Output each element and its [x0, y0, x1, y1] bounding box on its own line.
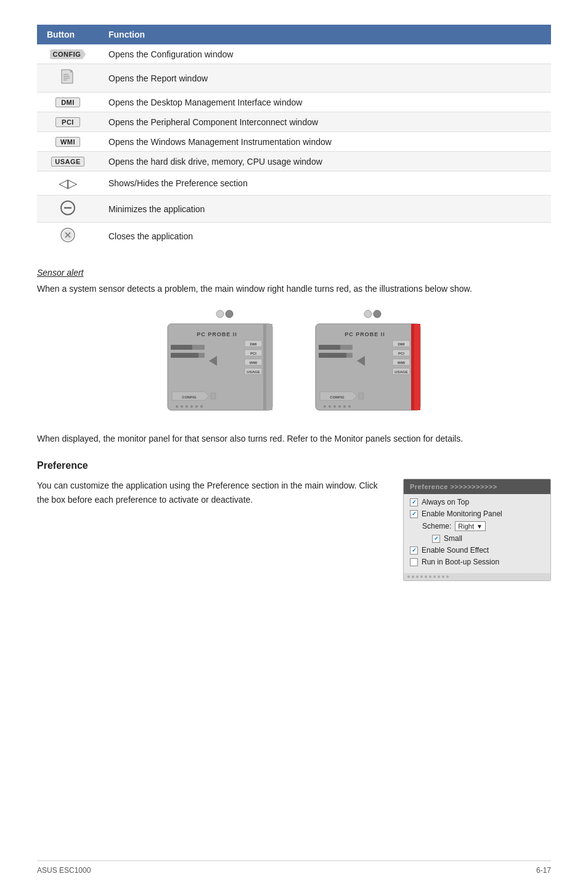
preference-panel-header: Preference >>>>>>>>>>>	[404, 479, 550, 494]
svg-point-45	[364, 310, 372, 318]
table-cell-button	[37, 223, 99, 250]
pref-checkbox-small[interactable]	[432, 535, 440, 543]
pref-checkbox-boot-up[interactable]	[410, 558, 418, 566]
svg-rect-24	[171, 345, 192, 350]
preference-layout: You can customize the application using …	[37, 479, 551, 581]
svg-text:DMI: DMI	[398, 342, 405, 346]
svg-text:CONFIG: CONFIG	[330, 395, 345, 399]
sensor-alert-title: Sensor alert	[37, 268, 551, 278]
table-cell-button	[37, 196, 99, 223]
svg-text:USAGE: USAGE	[247, 370, 259, 374]
close-button-icon	[60, 235, 76, 245]
svg-text:USAGE: USAGE	[394, 370, 407, 374]
pref-dot	[412, 576, 414, 578]
table-row: Minimizes the application	[37, 196, 551, 223]
pref-dot	[407, 576, 410, 578]
preference-panel: Preference >>>>>>>>>>> Always on Top Ena…	[403, 479, 551, 581]
pref-item-boot-up[interactable]: Run in Boot-up Session	[410, 558, 544, 566]
minimize-button-icon	[60, 208, 76, 218]
pref-checkbox-sound-effect[interactable]	[410, 547, 418, 555]
pref-item-sound-effect[interactable]: Enable Sound Effect	[410, 546, 544, 555]
table-cell-function: Opens the Configuration window	[99, 44, 551, 64]
pref-header-arrows: >>>>>>>>>>>	[450, 483, 497, 490]
pref-item-always-on-top[interactable]: Always on Top	[410, 498, 544, 506]
svg-text:CONFIG: CONFIG	[182, 395, 197, 399]
config-button-icon: CONFIG	[50, 49, 86, 59]
pref-label-always-on-top: Always on Top	[422, 498, 469, 506]
svg-rect-66	[359, 393, 364, 399]
svg-point-69	[333, 405, 336, 408]
pref-dot	[433, 576, 436, 578]
pref-dot	[429, 576, 431, 578]
sensor-monitor-description: When displayed, the monitor panel for th…	[37, 432, 551, 445]
svg-point-67	[324, 405, 326, 408]
pref-label-sound-effect: Enable Sound Effect	[422, 546, 489, 555]
table-cell-button: PCI	[37, 112, 99, 132]
svg-point-71	[343, 405, 346, 408]
pref-checkbox-always-on-top[interactable]	[410, 498, 418, 506]
svg-point-42	[190, 405, 193, 408]
svg-point-18	[226, 310, 233, 318]
svg-rect-7	[63, 74, 68, 75]
text-button-icon: DMI	[55, 97, 80, 107]
pref-scheme-arrow[interactable]: ▼	[476, 523, 483, 530]
pref-dot	[416, 576, 419, 578]
svg-rect-26	[171, 353, 198, 358]
pref-dot	[438, 576, 440, 578]
table-cell-function: Opens the Peripheral Component Interconn…	[99, 112, 551, 132]
table-row: Closes the application	[37, 223, 551, 250]
svg-rect-49	[414, 324, 420, 410]
pref-item-small[interactable]: Small	[432, 534, 544, 543]
pref-dot	[446, 576, 449, 578]
svg-rect-10	[63, 80, 67, 80]
pref-header-title: Preference	[410, 483, 450, 490]
page-footer: ASUS ESC1000 6-17	[37, 860, 551, 875]
pref-label-boot-up: Run in Boot-up Session	[422, 558, 499, 566]
table-row: WMIOpens the Windows Management Instrume…	[37, 132, 551, 152]
svg-text:PCI: PCI	[250, 352, 256, 355]
table-row: PCIOpens the Peripheral Component Interc…	[37, 112, 551, 132]
svg-rect-8	[63, 76, 70, 76]
table-row: USAGEOpens the hard disk drive, memory, …	[37, 152, 551, 171]
preference-heading: Preference	[37, 460, 551, 471]
svg-point-17	[216, 310, 224, 318]
sensor-images-container: PC PROBE II DMI PCI WMI USAGE CONF	[37, 307, 551, 421]
pref-label-enable-monitoring: Enable Monitoring Panel	[422, 510, 502, 518]
svg-point-40	[181, 405, 183, 408]
svg-point-43	[195, 405, 198, 408]
table-cell-button	[37, 64, 99, 93]
svg-point-39	[176, 405, 178, 408]
svg-rect-9	[63, 78, 70, 78]
text-button-icon: USAGE	[51, 157, 84, 167]
table-row: Opens the Report window	[37, 64, 551, 93]
pref-scheme-select[interactable]: Right ▼	[455, 521, 486, 531]
svg-point-46	[374, 310, 381, 318]
preference-dots-row	[404, 573, 550, 580]
svg-text:DMI: DMI	[250, 342, 257, 346]
table-cell-function: Opens the hard disk drive, memory, CPU u…	[99, 152, 551, 171]
table-row: ◁▷Shows/Hides the Preference section	[37, 171, 551, 196]
svg-point-44	[200, 405, 203, 408]
pref-dot	[420, 576, 423, 578]
text-button-icon: PCI	[55, 117, 80, 127]
table-cell-function: Minimizes the application	[99, 196, 551, 223]
table-header-function: Function	[99, 25, 551, 44]
pref-item-enable-monitoring[interactable]: Enable Monitoring Panel	[410, 510, 544, 518]
svg-rect-21	[266, 324, 272, 410]
pref-dot	[425, 576, 427, 578]
table-cell-function: Opens the Windows Management Instrumenta…	[99, 132, 551, 152]
svg-point-72	[348, 405, 351, 408]
pref-checkbox-enable-monitoring[interactable]	[410, 510, 418, 518]
table-header-button: Button	[37, 25, 99, 44]
pref-dot	[442, 576, 444, 578]
sensor-alert-description: When a system sensor detects a problem, …	[37, 283, 551, 295]
sensor-alert-section: Sensor alert When a system sensor detect…	[37, 268, 551, 445]
arrows-button-icon: ◁▷	[59, 176, 77, 191]
text-button-icon: WMI	[55, 137, 80, 147]
preference-panel-body: Always on Top Enable Monitoring Panel Sc…	[404, 494, 550, 573]
button-function-table: Button Function CONFIGOpens the Configur…	[37, 25, 551, 249]
svg-text:WMI: WMI	[250, 361, 258, 365]
table-cell-function: Shows/Hides the Preference section	[99, 171, 551, 196]
table-cell-function: Opens the Desktop Management Interface w…	[99, 93, 551, 112]
svg-rect-38	[211, 393, 216, 399]
